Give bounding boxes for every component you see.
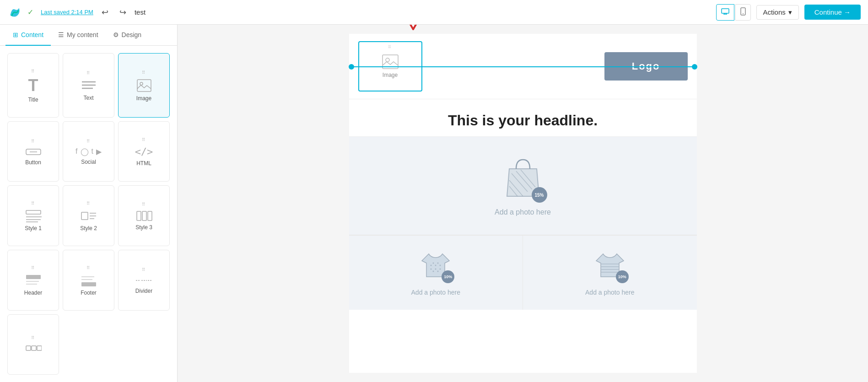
drag-handle: ⠿ [86,139,91,144]
desktop-view-button[interactable] [716,4,734,21]
actions-button[interactable]: Actions ▾ [756,5,799,20]
discount-badge-2: 10% [616,270,629,283]
instagram-icon: ◯ [81,147,89,156]
svg-rect-29 [81,282,96,286]
svg-rect-23 [148,211,152,221]
extra-icon [25,344,42,352]
guideline-dot-left [349,64,354,70]
tab-design[interactable]: ⚙ Design [106,25,149,46]
style3-icon [136,210,152,221]
drag-handle: ⠿ [31,201,35,206]
sidebar: ⊞ Content ☰ My content ⚙ Design ⠿ T Titl… [0,25,178,382]
arrow-indicator [386,25,441,36]
chevron-down-icon: ▾ [788,8,792,16]
drop-target-drag-handle: ⠿ [388,45,392,49]
svg-point-5 [743,13,744,14]
product-cell-2: 10% Add a photo here [523,236,697,310]
svg-rect-21 [137,211,141,221]
footer-label: Footer [81,290,97,296]
svg-rect-9 [137,80,151,91]
widget-style2[interactable]: ⠿ Style 2 [63,185,114,246]
document-title: test [135,8,146,16]
svg-rect-34 [32,346,36,350]
text-label: Text [83,95,93,101]
svg-point-48 [440,269,441,270]
header-label: Header [24,290,42,296]
drop-image-label: Image [383,72,398,78]
discount-label-2: 10% [618,274,626,279]
discount-badge-main: 15% [532,187,547,203]
svg-point-40 [433,263,434,264]
widget-html[interactable]: ⠿ </> HTML [118,121,170,182]
html-code-icon: </> [135,146,153,157]
style3-label: Style 3 [135,224,152,231]
header-icon [25,274,42,287]
view-toggle [716,4,751,21]
html-label: HTML [136,160,151,167]
drop-arrow-svg [386,25,441,34]
widget-image[interactable]: ⠿ Image [118,53,170,118]
social-icons: f ◯ t ▶ [75,147,102,156]
drag-handle: ⠿ [86,265,91,270]
widget-divider[interactable]: ⠿ Divider [118,250,170,311]
widget-header[interactable]: ⠿ Header [7,250,59,311]
drag-handle: ⠿ [31,139,35,144]
brand-logo-icon [7,5,22,20]
undo-button[interactable]: ↩ [99,5,111,19]
svg-point-44 [431,269,432,270]
discount-badge-1: 10% [442,270,454,283]
mobile-icon [740,7,746,16]
svg-point-46 [435,269,437,270]
canvas-area: ⠿ Image Logo [178,25,868,382]
title-icon: T [28,77,38,94]
widget-style3[interactable]: ⠿ Style 3 [118,185,170,246]
style1-icon [25,210,42,222]
drag-handle: ⠿ [86,201,91,206]
svg-point-39 [431,265,432,266]
social-label: Social [81,159,96,165]
widget-style1[interactable]: ⠿ Style 1 [7,185,59,246]
topbar: ✓ Last saved 2:14 PM ↩ ↪ test Actions ▾ … [0,0,868,25]
widget-footer[interactable]: ⠿ Footer [63,250,114,311]
button-label: Button [25,159,41,166]
save-check-icon: ✓ [27,8,33,16]
my-content-tab-icon: ☰ [58,31,64,38]
center-guideline [349,66,697,67]
tshirt-icon-wrap-1: 10% [420,249,452,283]
button-icon [25,147,42,156]
tshirt-icon-wrap-2: 10% [594,249,626,283]
canvas-header-section: ⠿ Image Logo [349,34,697,99]
content-tab-label: Content [21,31,43,38]
drag-handle: ⠿ [142,267,146,272]
widget-extra[interactable]: ⠿ [7,314,59,375]
twitter-icon: t [92,147,93,156]
continue-button[interactable]: Continue → [804,5,861,20]
svg-rect-33 [26,346,31,350]
facebook-icon: f [75,147,77,156]
bag-icon-wrap: 15% [502,155,544,203]
product-cell-1: 10% Add a photo here [349,236,523,310]
drag-handle: ⠿ [142,202,146,207]
drag-handle: ⠿ [142,70,146,75]
svg-rect-0 [722,9,729,13]
tab-my-content[interactable]: ☰ My content [51,25,105,46]
svg-point-47 [437,271,439,272]
svg-rect-17 [81,212,88,220]
drag-handle: ⠿ [31,265,35,270]
product-main-section: 15% Add a photo here [349,137,697,235]
youtube-icon: ▶ [96,147,102,156]
svg-rect-35 [37,346,42,350]
tab-content[interactable]: ⊞ Content [5,25,51,46]
save-status-link[interactable]: Last saved 2:14 PM [41,9,93,16]
svg-marker-36 [395,25,431,29]
drag-handle: ⠿ [86,70,91,75]
text-icon [81,79,97,92]
widget-button[interactable]: ⠿ Button [7,121,59,182]
widget-social[interactable]: ⠿ f ◯ t ▶ Social [63,121,114,182]
widget-title[interactable]: ⠿ T Title [7,53,59,118]
redo-button[interactable]: ↪ [117,5,129,19]
svg-point-45 [433,271,434,272]
widget-text[interactable]: ⠿ Text [63,53,114,118]
app-logo [7,5,22,20]
mobile-view-button[interactable] [735,4,751,21]
